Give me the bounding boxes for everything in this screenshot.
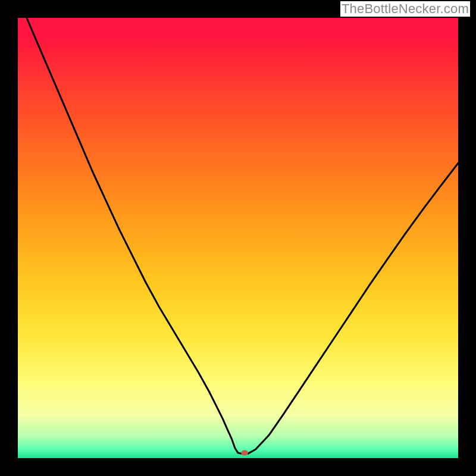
watermark: TheBottleNecker.com bbox=[340, 1, 470, 17]
chart-canvas bbox=[0, 0, 476, 476]
plot-area bbox=[18, 18, 458, 458]
optimal-marker bbox=[241, 450, 248, 456]
bottleneck-chart: TheBottleNecker.com bbox=[0, 0, 476, 476]
